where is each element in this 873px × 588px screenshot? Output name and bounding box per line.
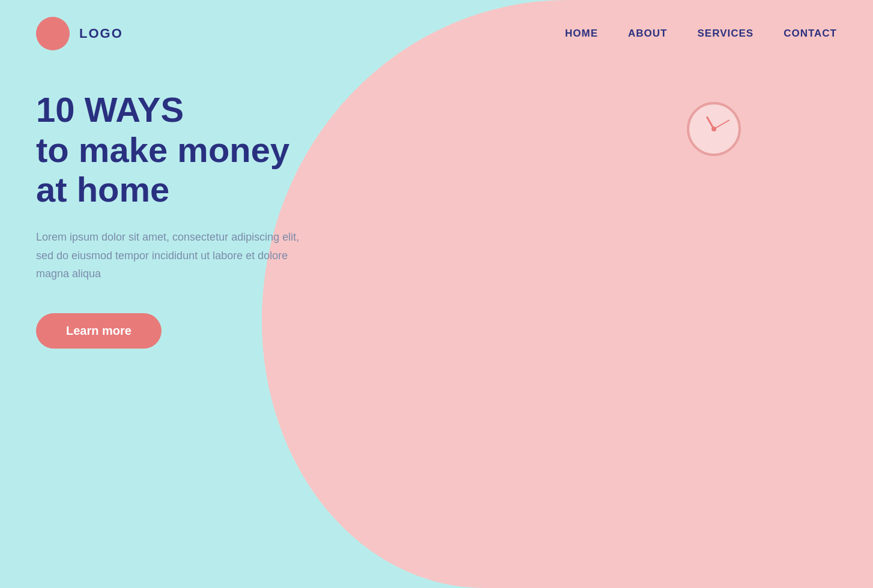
- clock: [687, 102, 741, 156]
- hero-headline: 10 WAYS to make money at home: [36, 90, 300, 210]
- nav-contact[interactable]: CONTACT: [784, 28, 837, 40]
- clock-center-dot: [711, 127, 716, 131]
- nav-about[interactable]: ABOUT: [628, 28, 667, 40]
- headline-line2: to make money: [36, 130, 289, 169]
- learn-more-button[interactable]: Learn more: [36, 313, 162, 349]
- logo-text: LOGO: [79, 26, 123, 41]
- logo-area: LOGO: [36, 17, 123, 50]
- logo-circle: [36, 17, 70, 50]
- headline-line3: at home: [36, 170, 169, 209]
- navigation: HOME ABOUT SERVICES CONTACT: [565, 28, 837, 40]
- hero-content: 10 WAYS to make money at home Lorem ipsu…: [36, 90, 300, 349]
- hero-description: Lorem ipsum dolor sit amet, consectetur …: [36, 228, 300, 283]
- nav-home[interactable]: HOME: [565, 28, 598, 40]
- header: LOGO HOME ABOUT SERVICES CONTACT: [0, 0, 873, 67]
- headline-line1: 10 WAYS: [36, 90, 184, 129]
- nav-services[interactable]: SERVICES: [697, 28, 754, 40]
- clock-face: [687, 102, 741, 156]
